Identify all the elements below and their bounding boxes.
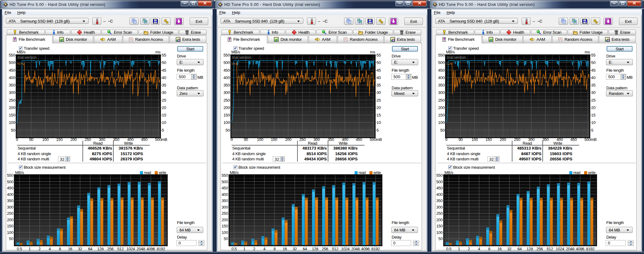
svg-text:trial version: trial version <box>232 55 251 60</box>
svg-text:trial version: trial version <box>447 55 466 60</box>
svg-text:trial version: trial version <box>18 55 36 60</box>
